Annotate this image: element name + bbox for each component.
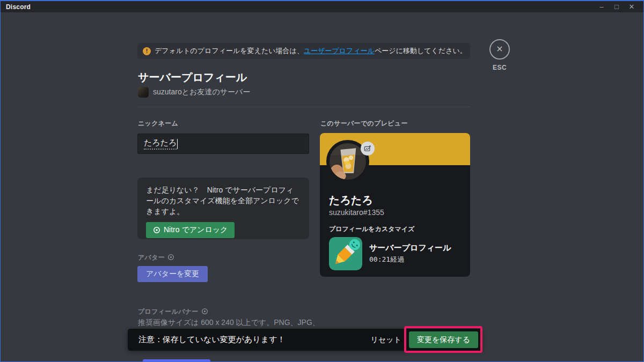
profile-banner-label-text: プロフィールバナー [138, 307, 199, 316]
server-row: suzutaroとお友達のサーバー [138, 87, 250, 98]
default-profile-notice: ! デフォルトのプロフィールを変えたい場合は、ユーザープロフィールページに移動し… [137, 43, 470, 59]
nickname-value: たろたろ [144, 138, 177, 150]
unsaved-changes-bar: 注意：保存していない変更があります！ リセット 変更を保存する [128, 329, 482, 351]
customize-profile-header: プロフィールをカスタマイズ [329, 225, 414, 234]
esc-close-group: ✕ ESC [489, 39, 510, 71]
title-bar: Discord – □ ✕ [1, 1, 643, 12]
pencil-rocket-icon [329, 237, 362, 270]
avatar-section-label: アバター [138, 253, 174, 262]
activity-title: サーバープロフィール [369, 243, 451, 253]
notice-text-before: デフォルトのプロフィールを変えたい場合は、 [155, 46, 304, 56]
activity-row: サーバープロフィール 00:21経過 [329, 237, 451, 270]
minimize-button[interactable]: – [595, 2, 608, 12]
esc-label: ESC [489, 64, 510, 71]
close-settings-button[interactable]: ✕ [489, 39, 510, 60]
avatar-label-text: アバター [138, 253, 165, 262]
change-banner-button-partial[interactable] [143, 359, 210, 362]
nitro-badge-icon [201, 308, 208, 316]
window-controls: – □ ✕ [595, 2, 638, 12]
maximize-button[interactable]: □ [610, 2, 623, 12]
change-avatar-button[interactable]: アバターを変更 [137, 266, 208, 282]
preview-user-tag: suzukitaro#1355 [329, 208, 384, 217]
text-caret [177, 139, 178, 149]
add-image-icon[interactable] [361, 142, 375, 156]
page-title: サーバープロフィール [138, 70, 247, 85]
preview-label: このサーバーでのプレビュー [320, 119, 408, 128]
activity-text: サーバープロフィール 00:21経過 [369, 243, 451, 264]
unsaved-warning-text: 注意：保存していない変更があります！ [138, 335, 286, 345]
preview-display-name: たろたろ [329, 193, 373, 208]
section-divider [137, 107, 470, 107]
nitro-badge-icon [167, 254, 174, 262]
nitro-upsell-message: まだ足りない？ Nitro でサーバープロフィールのカスタマイズ機能を全部アンロ… [146, 185, 301, 217]
nitro-unlock-label: Nitro でアンロック [164, 225, 228, 235]
notice-text-after: ページに移動してください。 [375, 46, 467, 56]
user-profile-link[interactable]: ユーザープロフィール [304, 46, 375, 56]
server-avatar [138, 87, 149, 98]
reset-button[interactable]: リセット [371, 335, 401, 345]
window-title: Discord [6, 3, 31, 11]
nitro-upsell-box: まだ足りない？ Nitro でサーバープロフィールのカスタマイズ機能を全部アンロ… [137, 178, 309, 239]
nickname-label: ニックネーム [138, 119, 178, 128]
save-changes-button[interactable]: 変更を保存する [409, 331, 478, 348]
profile-banner-label: プロフィールバナー [138, 307, 208, 316]
nitro-unlock-button[interactable]: Nitro でアンロック [146, 222, 235, 238]
server-name: suzutaroとお友達のサーバー [153, 87, 250, 97]
warning-icon: ! [143, 47, 151, 55]
discord-window: Discord – □ ✕ ! デフォルトのプロフィールを変えたい場合は、ユーザ… [0, 0, 644, 362]
close-button[interactable]: ✕ [625, 2, 638, 12]
banner-size-hint: 推奨画像サイズは 600 x 240 以上です。PNG、JPG、 [138, 318, 353, 328]
activity-elapsed: 00:21経過 [369, 255, 451, 264]
nitro-icon [153, 226, 160, 234]
nickname-input[interactable]: たろたろ [137, 134, 309, 154]
server-profile-preview-card: たろたろ suzukitaro#1355 プロフィールをカスタマイズ [320, 133, 470, 277]
